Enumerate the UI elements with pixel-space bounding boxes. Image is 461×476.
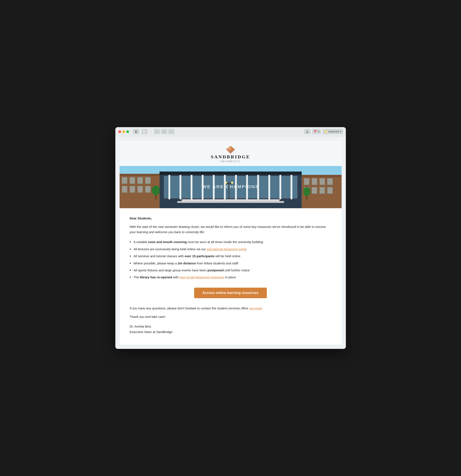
- footer-paragraph: If you have any questions, please don't …: [130, 306, 331, 311]
- bullet-text: All seminar and tutorial classes with ov…: [133, 254, 240, 259]
- svg-rect-42: [312, 178, 317, 185]
- archive-button[interactable]: ⬜: [141, 129, 148, 134]
- forward-button[interactable]: →: [168, 129, 174, 134]
- email-window: 🗑 ⬜ ← « → 🖨 🚩 ▾ 📁: [115, 127, 346, 349]
- delete-button[interactable]: 🗑: [133, 129, 139, 134]
- bullet-text: A suitable nose and mouth covering must …: [133, 240, 263, 245]
- svg-rect-40: [302, 175, 341, 177]
- svg-rect-16: [145, 186, 150, 193]
- svg-rect-22: [191, 175, 192, 199]
- bullet-text: All sports fixtures and large group even…: [133, 268, 250, 273]
- forward-icon: →: [170, 130, 173, 133]
- folder-icon: 📁: [324, 130, 328, 133]
- intro-paragraph: With the start of the new semester drawi…: [130, 224, 331, 235]
- svg-rect-47: [319, 187, 325, 194]
- svg-point-38: [231, 182, 233, 184]
- bold-text: postponed: [208, 268, 224, 272]
- back-icon: ←: [156, 130, 158, 133]
- svg-rect-32: [182, 199, 279, 201]
- back-button[interactable]: ←: [154, 129, 160, 134]
- svg-rect-10: [130, 177, 135, 184]
- footer-text-before: If you have any questions, please don't …: [130, 306, 249, 310]
- svg-rect-13: [122, 186, 127, 193]
- university-name: SANDBRIDGE: [211, 154, 250, 160]
- access-resources-button[interactable]: Access online learning resources: [194, 288, 267, 298]
- importance-dropdown[interactable]: 📁 Important ▾: [323, 129, 343, 134]
- flag-chevron-icon: ▾: [318, 130, 319, 133]
- titlebar: 🗑 ⬜ ← « → 🖨 🚩 ▾ 📁: [115, 127, 346, 136]
- trash-icon: 🗑: [135, 130, 137, 133]
- footer-text-after: .: [262, 306, 263, 310]
- svg-rect-14: [130, 186, 135, 193]
- campus-image: WE ARE CHAMPIONS: [120, 166, 342, 208]
- via-email-link[interactable]: via email: [249, 306, 262, 310]
- bold-text: 2m distance: [178, 262, 196, 265]
- email-body: Dear Students, With the start of the new…: [120, 208, 342, 345]
- svg-rect-35: [228, 183, 229, 199]
- list-item: The library has re-opened with new socia…: [130, 275, 331, 280]
- svg-marker-1: [230, 146, 235, 150]
- email-card: SANDBRIDGE UNIVERSITY: [120, 141, 342, 345]
- email-header: SANDBRIDGE UNIVERSITY: [120, 141, 342, 208]
- nav-buttons: ← « →: [154, 129, 174, 134]
- streaming-portal-link[interactable]: educational streaming portal: [207, 247, 247, 251]
- thank-you-text: Thank you and take care!: [130, 314, 331, 320]
- back-all-button[interactable]: «: [161, 129, 167, 134]
- list-item: All lectures are exclusively being held …: [130, 247, 331, 252]
- svg-rect-18: [159, 171, 302, 175]
- svg-text:WE ARE CHAMPIONS: WE ARE CHAMPIONS: [202, 184, 259, 189]
- minimize-button[interactable]: [122, 130, 125, 133]
- toolbar-right: 🖨 🚩 ▾ 📁 Important ▾: [304, 129, 343, 134]
- university-subtitle: UNIVERSITY: [220, 160, 241, 163]
- bold-text: over 15 participants: [185, 254, 215, 258]
- signature-block: Dr. Amelia Bird, Executive Dean at Sandb…: [130, 324, 331, 334]
- maximize-button[interactable]: [126, 130, 129, 133]
- list-item: All sports fixtures and large group even…: [130, 268, 331, 273]
- svg-marker-2: [226, 146, 230, 150]
- bullet-text: Where possible, please keep a 2m distanc…: [133, 261, 238, 266]
- bold-text: nose and mouth covering: [148, 240, 187, 244]
- traffic-lights: [118, 130, 129, 133]
- importance-label: Important: [328, 130, 339, 133]
- svg-rect-30: [279, 175, 281, 199]
- svg-rect-44: [327, 178, 332, 185]
- close-button[interactable]: [118, 130, 121, 133]
- list-item: A suitable nose and mouth covering must …: [130, 240, 331, 245]
- bullet-text: All lectures are exclusively being held …: [133, 247, 247, 252]
- svg-rect-33: [177, 201, 284, 203]
- social-distancing-link[interactable]: new social distancing measures: [179, 275, 224, 279]
- print-icon: 🖨: [306, 130, 309, 133]
- list-item: Where possible, please keep a 2m distanc…: [130, 261, 331, 266]
- svg-point-37: [225, 182, 227, 184]
- flag-button[interactable]: 🚩 ▾: [312, 129, 321, 134]
- importance-chevron-icon: ▾: [340, 130, 341, 133]
- svg-rect-41: [304, 178, 309, 185]
- cta-section: Access online learning resources: [130, 288, 331, 298]
- bullet-text: The library has re-opened with new socia…: [133, 275, 236, 280]
- svg-point-50: [152, 185, 160, 195]
- print-button[interactable]: 🖨: [304, 129, 311, 134]
- signature-title: Executive Dean at Sandbridge: [130, 329, 331, 335]
- svg-rect-15: [137, 186, 143, 193]
- signature-name: Dr. Amelia Bird,: [130, 324, 331, 329]
- email-content-area: SANDBRIDGE UNIVERSITY: [115, 136, 346, 349]
- svg-rect-31: [290, 175, 292, 199]
- bold-text: library has re-opened: [140, 275, 172, 279]
- logo-diamond-icon: [225, 146, 236, 154]
- archive-icon: ⬜: [143, 130, 146, 133]
- list-item: All seminar and tutorial classes with ov…: [130, 254, 331, 259]
- separator: [151, 129, 151, 134]
- measures-list: A suitable nose and mouth covering must …: [130, 240, 331, 280]
- svg-rect-29: [268, 175, 270, 199]
- svg-rect-21: [179, 175, 181, 199]
- svg-rect-8: [120, 174, 159, 176]
- university-logo: SANDBRIDGE UNIVERSITY: [211, 146, 250, 163]
- svg-rect-43: [319, 178, 325, 185]
- svg-rect-9: [122, 177, 127, 184]
- svg-rect-46: [312, 187, 317, 194]
- back-all-icon: «: [163, 130, 165, 133]
- greeting-text: Dear Students,: [130, 216, 331, 221]
- footer-section: If you have any questions, please don't …: [130, 306, 331, 320]
- flag-icon: 🚩: [314, 130, 317, 133]
- svg-rect-48: [327, 187, 332, 194]
